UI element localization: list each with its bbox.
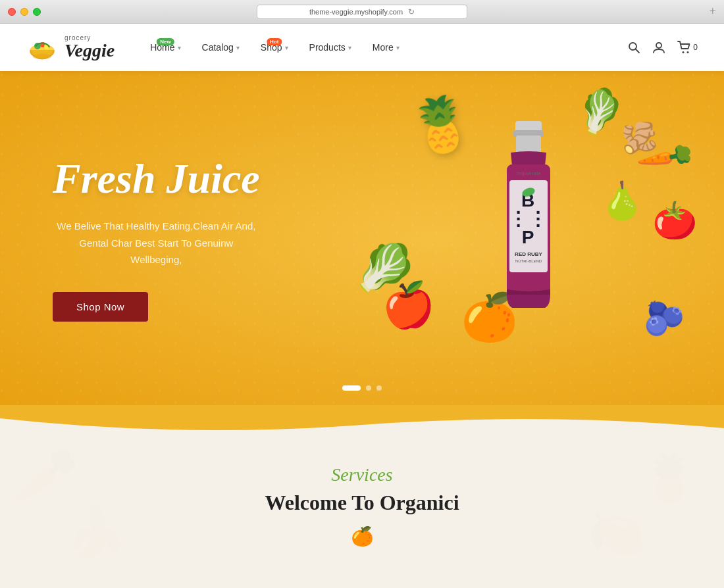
chevron-down-icon: ▾ (396, 44, 400, 51)
search-icon (627, 41, 640, 54)
apple-decoration: 🍎 (380, 279, 437, 333)
hero-image-area: 🥬 🍍 🫚 🥕 🍅 🍐 🥬 🍎 🍊 🫐 (316, 71, 724, 406)
slide-dot-1[interactable] (342, 385, 361, 391)
svg-text:#rejuvenate: #rejuvenate (517, 171, 541, 176)
hero-section: Fresh Juice We Belive That Healthy Eatin… (0, 71, 724, 406)
svg-text:RED RUBY: RED RUBY (515, 251, 542, 257)
logo[interactable]: grocery Veggie (26, 32, 115, 63)
nav-item-home[interactable]: New Home ▾ (141, 37, 190, 58)
svg-text:⋮⋮: ⋮⋮ (509, 208, 548, 229)
nav-item-products[interactable]: Products ▾ (300, 37, 361, 58)
hero-title: Fresh Juice (53, 156, 260, 202)
svg-point-8 (656, 43, 661, 48)
pineapple-decoration: 🍍 (403, 89, 479, 161)
tomato-decoration: 🍅 (652, 199, 698, 242)
website-content: grocery Veggie New Home ▾ Catalog ▾ Hot … (0, 24, 724, 588)
hero-subtitle: We Belive That Healthy Eating,Clean Air … (53, 218, 260, 268)
orange-icon: 🍊 (26, 526, 698, 547)
chevron-down-icon: ▾ (348, 44, 351, 51)
traffic-lights (8, 8, 41, 16)
nav-icons: 0 (627, 41, 698, 54)
svg-point-9 (683, 51, 685, 53)
svg-rect-13 (516, 135, 541, 154)
svg-point-10 (687, 51, 689, 53)
shop-now-button[interactable]: Shop Now (53, 292, 148, 322)
chevron-down-icon: ▾ (178, 44, 181, 51)
slide-indicator (342, 385, 382, 391)
nav-label-products: Products (309, 42, 346, 53)
svg-line-7 (636, 49, 639, 53)
nav-label-more: More (373, 42, 394, 53)
nav-item-shop[interactable]: Hot Shop ▾ (251, 37, 297, 58)
nav-badge-new: New (157, 38, 174, 45)
refresh-icon[interactable]: ↻ (408, 7, 415, 16)
wave-svg (0, 405, 724, 438)
services-title: Welcome To Organici (26, 491, 698, 515)
svg-text:NUTRI-BLEND: NUTRI-BLEND (515, 259, 542, 263)
nav-item-more[interactable]: More ▾ (363, 37, 409, 58)
cart-button[interactable]: 0 (677, 41, 698, 54)
chevron-down-icon: ▾ (285, 44, 288, 51)
search-button[interactable] (627, 41, 640, 54)
logo-veggie: Veggie (65, 41, 115, 60)
minimize-button[interactable] (20, 8, 28, 16)
fruit-cluster: 🥬 🍍 🫚 🥕 🍅 🍐 🥬 🍎 🍊 🫐 (329, 81, 711, 397)
pear-decoration: 🍐 (600, 180, 645, 222)
juice-bottle: B ⋮⋮ P RED RUBY NUTRI-BLEND #rejuven (486, 121, 571, 347)
svg-point-5 (33, 54, 51, 59)
url-text: theme-veggie.myshopify.com (309, 8, 403, 16)
user-icon (652, 41, 665, 54)
navbar: grocery Veggie New Home ▾ Catalog ▾ Hot … (0, 24, 724, 71)
new-tab-button[interactable]: + (710, 5, 716, 18)
cart-icon (677, 41, 692, 54)
logo-text: grocery Veggie (65, 35, 115, 60)
logo-icon (26, 32, 58, 63)
nav-badge-hot: Hot (267, 38, 282, 45)
svg-point-6 (629, 43, 636, 50)
hero-content: Fresh Juice We Belive That Healthy Eatin… (0, 156, 313, 322)
address-bar[interactable]: theme-veggie.myshopify.com ↻ (257, 5, 467, 19)
browser-chrome: theme-veggie.myshopify.com ↻ + (0, 0, 724, 24)
berries-decoration: 🫐 (644, 299, 685, 337)
slide-dot-2[interactable] (366, 385, 371, 391)
close-button[interactable] (8, 8, 16, 16)
slide-dot-3[interactable] (376, 385, 382, 391)
nav-label-catalog: Catalog (202, 42, 234, 53)
cart-count: 0 (693, 43, 698, 52)
chevron-down-icon: ▾ (236, 44, 240, 51)
svg-text:P: P (522, 227, 536, 247)
wave-divider (0, 405, 724, 438)
account-button[interactable] (652, 41, 665, 54)
fullscreen-button[interactable] (33, 8, 41, 16)
nav-items: New Home ▾ Catalog ▾ Hot Shop ▾ Products… (141, 37, 627, 58)
services-label: Services (26, 464, 698, 485)
nav-item-catalog[interactable]: Catalog ▾ (193, 37, 249, 58)
services-section: 🥕 🍍 🍌 🍋 Services Welcome To Organici 🍊 (0, 438, 724, 560)
